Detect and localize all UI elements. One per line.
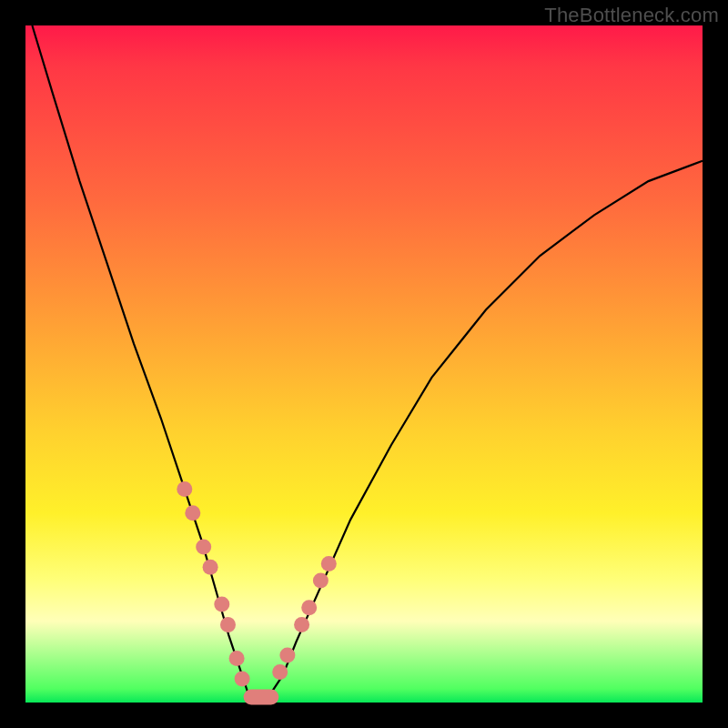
curve-dot bbox=[272, 664, 288, 680]
curve-dot bbox=[203, 560, 218, 575]
curve-dot bbox=[235, 672, 250, 687]
curve-dot bbox=[229, 651, 245, 666]
curve-dot bbox=[220, 617, 236, 632]
bottleneck-curve bbox=[32, 25, 703, 703]
marker-layer bbox=[177, 481, 336, 704]
curve-dot bbox=[294, 617, 309, 632]
curve-dot bbox=[313, 573, 329, 589]
curve-dot bbox=[279, 647, 295, 662]
curve-dot bbox=[196, 539, 211, 554]
chart-frame: TheBottleneck.com bbox=[0, 0, 728, 728]
curve-dot bbox=[177, 481, 192, 497]
chart-svg bbox=[25, 25, 703, 703]
watermark-text: TheBottleneck.com bbox=[544, 4, 719, 27]
plot-area bbox=[25, 25, 703, 703]
curve-dot bbox=[214, 597, 229, 612]
curve-dot bbox=[185, 505, 200, 521]
bottom-flat-marker bbox=[244, 690, 279, 705]
curve-dot bbox=[301, 600, 317, 615]
curve-dot bbox=[321, 556, 337, 571]
